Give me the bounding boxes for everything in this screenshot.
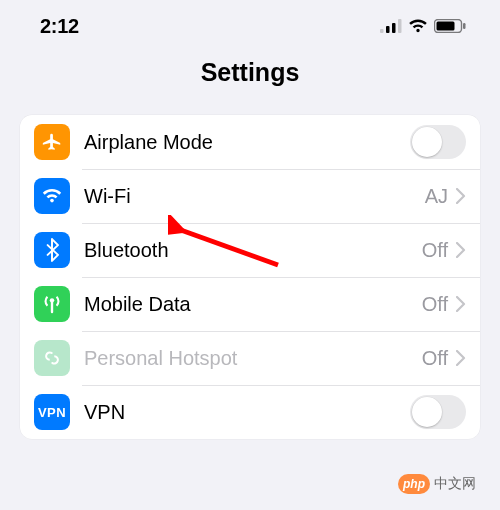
hotspot-label: Personal Hotspot (84, 347, 422, 370)
svg-rect-3 (398, 19, 402, 33)
vpn-label: VPN (84, 401, 410, 424)
mobile-data-label: Mobile Data (84, 293, 422, 316)
settings-group: Airplane Mode Wi-Fi AJ Bluetooth Off (20, 115, 480, 439)
airplane-icon (34, 124, 70, 160)
cellular-icon (380, 19, 402, 33)
airplane-switch[interactable] (410, 125, 466, 159)
svg-rect-7 (51, 301, 53, 313)
chevron-right-icon (456, 350, 466, 366)
wifi-row-icon (34, 178, 70, 214)
watermark-pill: php (398, 474, 430, 494)
row-mobile-data[interactable]: Mobile Data Off (20, 277, 480, 331)
row-bluetooth[interactable]: Bluetooth Off (20, 223, 480, 277)
row-airplane-mode[interactable]: Airplane Mode (20, 115, 480, 169)
row-wifi[interactable]: Wi-Fi AJ (20, 169, 480, 223)
svg-rect-5 (437, 22, 455, 31)
vpn-icon: VPN (34, 394, 70, 430)
status-indicators (380, 19, 466, 33)
row-vpn[interactable]: VPN VPN (20, 385, 480, 439)
status-time: 2:12 (40, 15, 79, 38)
wifi-icon (408, 19, 428, 33)
svg-rect-1 (386, 26, 390, 33)
wifi-value: AJ (425, 185, 448, 208)
bluetooth-value: Off (422, 239, 448, 262)
mobile-data-value: Off (422, 293, 448, 316)
hotspot-value: Off (422, 347, 448, 370)
vpn-badge-text: VPN (38, 405, 66, 420)
bluetooth-label: Bluetooth (84, 239, 422, 262)
watermark-text: 中文网 (434, 475, 476, 493)
vpn-switch[interactable] (410, 395, 466, 429)
row-personal-hotspot[interactable]: Personal Hotspot Off (20, 331, 480, 385)
chevron-right-icon (456, 188, 466, 204)
watermark: php 中文网 (398, 474, 476, 494)
svg-rect-6 (463, 23, 466, 29)
antenna-icon (34, 286, 70, 322)
chevron-right-icon (456, 242, 466, 258)
page-header: Settings (0, 48, 500, 115)
svg-rect-0 (380, 29, 384, 33)
svg-point-8 (50, 298, 54, 302)
hotspot-icon (34, 340, 70, 376)
svg-rect-2 (392, 23, 396, 33)
bluetooth-icon (34, 232, 70, 268)
chevron-right-icon (456, 296, 466, 312)
status-bar: 2:12 (0, 0, 500, 48)
battery-icon (434, 19, 466, 33)
airplane-label: Airplane Mode (84, 131, 410, 154)
page-title: Settings (0, 58, 500, 87)
wifi-label: Wi-Fi (84, 185, 425, 208)
